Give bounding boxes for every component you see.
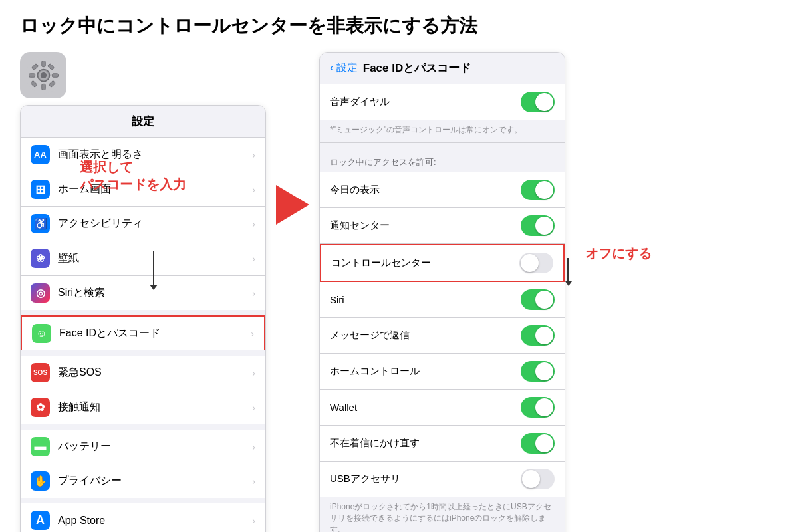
today-label: 今日の表示 <box>330 184 521 196</box>
faceid-chevron: › <box>251 329 254 339</box>
left-phone-panel: 設定 AA 画面表示と明るさ › ⊞ ホーム画面 › ♿ ア <box>20 105 266 532</box>
settings-group-1: AA 画面表示と明るさ › ⊞ ホーム画面 › ♿ アクセシビリティ › <box>21 138 265 315</box>
right-row-missed-call: 不在着信にかけ直す <box>320 426 565 462</box>
settings-row-home[interactable]: ⊞ ホーム画面 › <box>21 172 265 207</box>
notification-toggle[interactable] <box>521 215 555 236</box>
right-row-home-control: ホームコントロール <box>320 354 565 390</box>
right-content: 音声ダイヤル *"ミュージック"の音声コントロールは常にオンです。 ロック中にア… <box>320 84 565 532</box>
display-label: 画面表示と明るさ <box>58 148 249 162</box>
missed-call-toggle[interactable] <box>521 433 555 454</box>
right-panel-header: ‹ 設定 Face IDとパスコード <box>320 53 565 84</box>
arrow-between-panels <box>266 185 319 225</box>
contact-icon: ✿ <box>31 398 50 417</box>
right-row-siri: Siri <box>320 282 565 318</box>
messages-toggle[interactable] <box>521 325 555 346</box>
home-label: ホーム画面 <box>58 182 249 196</box>
appstore-icon: A <box>31 511 50 530</box>
home-icon: ⊞ <box>31 180 50 199</box>
siri-right-toggle[interactable] <box>521 289 555 310</box>
voice-dial-note: *"ミュージック"の音声コントロールは常にオンです。 <box>320 120 565 143</box>
battery-icon: ▬ <box>31 437 50 456</box>
display-icon: AA <box>31 145 50 164</box>
svg-rect-3 <box>41 84 45 90</box>
settings-row-accessibility[interactable]: ♿ アクセシビリティ › <box>21 207 265 241</box>
accessibility-chevron: › <box>252 219 255 229</box>
annotation-off: オフにする <box>585 245 652 263</box>
svg-rect-2 <box>41 61 45 66</box>
settings-row-privacy[interactable]: ✋ プライバシー › <box>21 464 265 498</box>
usb-toggle[interactable] <box>521 469 555 489</box>
page-title: ロック中にコントロールセンターを非表示にする方法 <box>20 13 778 39</box>
home-control-label: ホームコントロール <box>330 365 521 378</box>
lock-access-section: ロック中にアクセスを許可: <box>320 143 565 172</box>
sos-icon: SOS <box>31 363 50 382</box>
display-chevron: › <box>252 150 255 160</box>
svg-rect-5 <box>52 73 58 77</box>
home-chevron: › <box>252 184 255 195</box>
missed-call-label: 不在着信にかけ直す <box>330 437 521 450</box>
control-center-toggle[interactable] <box>519 253 553 273</box>
settings-row-siri[interactable]: ◎ Siriと検索 › <box>21 276 265 310</box>
right-panel-title: Face IDとパスコード <box>363 61 471 76</box>
right-row-voice-dial: 音声ダイヤル <box>320 84 565 120</box>
battery-label: バッテリー <box>58 440 249 454</box>
contact-label: 接触通知 <box>58 400 249 414</box>
wallpaper-icon: ❀ <box>31 249 50 268</box>
accessibility-icon: ♿ <box>31 214 50 233</box>
right-row-usb: USBアクセサリ <box>320 462 565 497</box>
settings-row-display[interactable]: AA 画面表示と明るさ › <box>21 138 265 172</box>
right-row-control-center: コントロールセンター <box>320 244 565 282</box>
notification-label: 通知センター <box>330 219 521 232</box>
voice-dial-label: 音声ダイヤル <box>330 96 521 108</box>
settings-app-icon <box>20 52 66 98</box>
privacy-label: プライバシー <box>58 474 249 488</box>
settings-row-sos[interactable]: SOS 緊急SOS › <box>21 356 265 390</box>
control-center-label: コントロールセンター <box>331 257 519 269</box>
settings-group-appstore: A App Store › ▬ WalletとApple Pay › <box>21 503 265 532</box>
accessibility-label: アクセシビリティ <box>58 217 249 231</box>
privacy-icon: ✋ <box>31 471 50 491</box>
appstore-chevron: › <box>252 515 255 526</box>
wallet-right-toggle[interactable] <box>521 397 555 418</box>
left-panel-header: 設定 <box>21 106 265 138</box>
siri-right-label: Siri <box>330 294 521 305</box>
usb-label: USBアクセサリ <box>330 473 521 485</box>
right-row-today: 今日の表示 <box>320 172 565 208</box>
settings-row-appstore[interactable]: A App Store › <box>21 503 265 532</box>
siri-chevron: › <box>252 288 255 299</box>
settings-row-faceid[interactable]: ☺ Face IDとパスコード › <box>21 315 265 350</box>
today-toggle[interactable] <box>521 180 555 200</box>
appstore-label: App Store <box>58 515 249 527</box>
messages-label: メッセージで返信 <box>330 329 521 342</box>
wallpaper-label: 壁紙 <box>58 251 249 265</box>
usb-note: iPhoneがロックされてから1時間以上経ったときにUSBアクセサリを接続できる… <box>320 497 565 532</box>
svg-rect-4 <box>29 73 35 77</box>
settings-group-emergency: SOS 緊急SOS › ✿ 接触通知 › <box>21 356 265 430</box>
faceid-icon: ☺ <box>32 324 51 343</box>
settings-row-battery[interactable]: ▬ バッテリー › <box>21 430 265 464</box>
right-arrow-triangle <box>276 185 309 225</box>
settings-group-faceid: ☺ Face IDとパスコード › <box>21 315 265 356</box>
main-content: 選択して パスコードを入力 設定 AA 画面表示と明るさ › <box>20 52 778 532</box>
home-control-toggle[interactable] <box>521 361 555 382</box>
wallpaper-chevron: › <box>252 253 255 264</box>
settings-row-contact[interactable]: ✿ 接触通知 › <box>21 390 265 424</box>
wallet-right-label: Wallet <box>330 402 521 413</box>
back-button[interactable]: ‹ 設定 <box>330 61 358 75</box>
right-panel-wrapper: オフにする ‹ 設定 Face IDとパスコード 音声ダイヤル *" <box>319 52 565 532</box>
sos-chevron: › <box>252 368 255 378</box>
settings-row-wallpaper[interactable]: ❀ 壁紙 › <box>21 241 265 276</box>
voice-dial-toggle[interactable] <box>521 92 555 112</box>
right-row-messages: メッセージで返信 <box>320 318 565 354</box>
settings-icon-wrapper <box>20 52 66 98</box>
right-row-wallet-right: Wallet <box>320 390 565 426</box>
left-side: 選択して パスコードを入力 設定 AA 画面表示と明るさ › <box>20 52 266 532</box>
siri-label: Siriと検索 <box>58 286 249 300</box>
svg-point-11 <box>40 72 46 78</box>
sos-label: 緊急SOS <box>58 366 249 380</box>
right-row-notification: 通知センター <box>320 208 565 244</box>
privacy-chevron: › <box>252 476 255 487</box>
right-phone-panel: ‹ 設定 Face IDとパスコード 音声ダイヤル *"ミュージック"の音声コン… <box>319 52 565 532</box>
settings-group-battery: ▬ バッテリー › ✋ プライバシー › <box>21 430 265 503</box>
siri-icon: ◎ <box>31 283 50 303</box>
